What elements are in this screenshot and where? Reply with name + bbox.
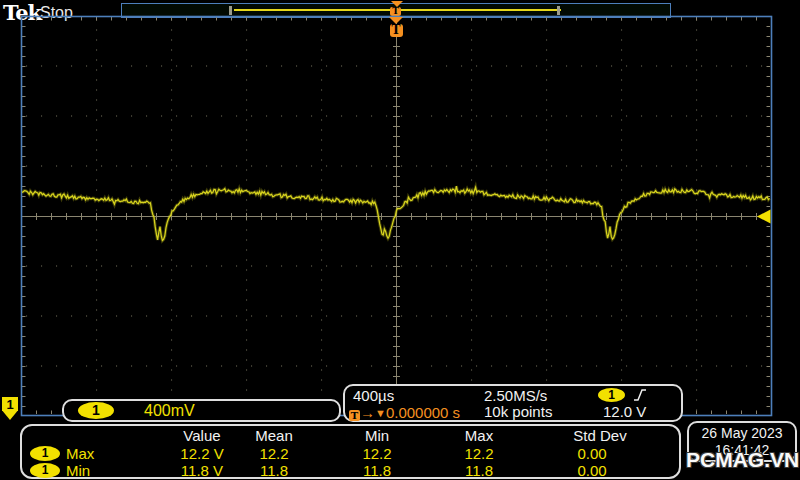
oscilloscope-screen: { "header": { "logo": "Tek", "status": "… [0,0,800,480]
col-header-max: Max [434,428,524,444]
row1-min: 12.2 [332,446,422,462]
horizontal-readout-box: 400µs T→▼0.000000 s 2.50MS/s 10k points … [343,384,683,422]
row1-max: 12.2 [434,446,524,462]
trigger-delay-value: 0.000000 s [386,404,460,421]
row2-mean: 11.8 [229,463,319,479]
trigger-position-flag: T [390,24,403,37]
col-header-min: Min [332,428,422,444]
row1-ch-badge: 1 [30,446,60,461]
rising-slope-icon [633,388,647,402]
trigger-level-arrow [757,210,771,224]
trigger-marker-icon: ▼ [375,407,386,419]
row1-stddev: 0.00 [547,446,637,462]
arrow-icon: → [360,404,375,421]
row1-label: Max [66,446,94,462]
time-per-div: 400µs [353,388,394,404]
col-header-stddev: Std Dev [552,428,648,444]
ch1-scale: 400mV [144,402,195,420]
measurements-box: Value Mean Min Max Std Dev 1 Max 12.2 V … [20,424,681,479]
record-length: 10k points [484,404,552,420]
trigger-level-value: 12.0 V [603,404,646,420]
trigger-position-marker-icon: T [389,17,403,37]
row2-ch-badge: 1 [30,463,60,478]
waveform-trace [22,186,770,240]
col-header-mean: Mean [229,428,319,444]
row1-mean: 12.2 [229,446,319,462]
row2-max: 11.8 [434,463,524,479]
trigger-delay-readout: T→▼0.000000 s [349,404,460,422]
row2-min: 11.8 [332,463,422,479]
trigger-source-badge: 1 [598,388,625,402]
date-readout: 26 May 2023 [689,426,795,441]
watermark: PCMAG.VN [686,448,800,472]
row2-stddev: 0.00 [547,463,637,479]
row2-label: Min [66,463,90,479]
sample-rate: 2.50MS/s [484,388,547,404]
ch1-readout-box: 1 400mV [62,399,341,422]
ch1-badge: 1 [78,402,114,419]
trigger-delay-flag-icon: T [349,410,360,421]
